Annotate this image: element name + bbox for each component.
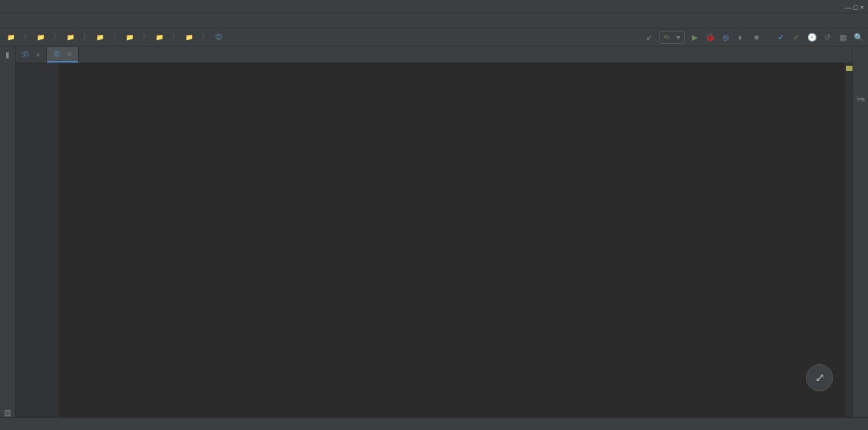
folder-icon: 📁 [66,33,75,42]
folder-icon: 📁 [6,33,15,42]
class-icon: Ⓒ [214,33,223,42]
ide-settings-icon[interactable]: ▦ [837,32,849,43]
git-history-icon[interactable]: 🕘 [806,32,818,43]
test-icon: ⟲ [663,34,669,41]
profile-icon[interactable]: ⏵ [735,32,747,43]
line-numbers [15,63,44,417]
crumb-community[interactable]: 📁 [4,32,21,43]
crumb-java[interactable]: 📁 [93,32,110,43]
folder-icon: 📁 [96,33,105,42]
close-icon[interactable]: × [68,51,72,58]
stop-icon[interactable]: ■ [751,32,762,43]
run-config-selector[interactable]: ⟲ ▾ [659,31,685,44]
main-area: ▮ ▥ Ⓒ × Ⓒ × ⤢ [0,46,868,417]
editor-area: Ⓒ × Ⓒ × ⤢ [15,46,853,417]
scrollbar-marks[interactable] [845,63,853,417]
code-editor[interactable]: ⤢ [15,63,853,417]
chevron-right-icon: 〉 [112,32,120,43]
statusbar [0,417,868,430]
tool-structure[interactable] [6,395,9,400]
chevron-right-icon: 〉 [23,32,31,43]
class-icon: Ⓒ [54,50,60,59]
git-update-icon[interactable]: ✓ [775,32,787,43]
git-revert-icon[interactable]: ↺ [822,32,833,43]
tool-maven[interactable] [860,63,862,68]
navbar: 📁〉 📁〉 📁〉 📁〉 📁〉 📁〉 📁〉 Ⓒ ↙ ⟲ ▾ ▶ 🐞 ◎ ⏵ ■ ✓… [0,28,868,46]
code-content[interactable] [59,63,853,417]
project-tool-icon[interactable]: ▮ [5,50,10,59]
tool-maven-m[interactable] [860,50,862,55]
run-icon[interactable]: ▶ [689,32,700,43]
chevron-right-icon: 〉 [53,32,61,43]
window-controls[interactable]: — □ × [845,3,864,11]
folder-icon: 📁 [125,33,134,42]
tool-project[interactable] [6,67,9,72]
close-icon[interactable]: × [36,52,40,59]
folder-icon: 📁 [185,33,194,42]
tool-ant[interactable] [860,111,862,116]
folder-icon: 📁 [155,33,164,42]
left-tool-stripe: ▮ ▥ [0,46,15,417]
chevron-right-icon: 〉 [142,32,150,43]
chevron-down-icon: ▾ [676,33,680,42]
titlebar: — □ × [0,0,868,14]
reader-mode-button[interactable]: ⤢ [806,364,833,391]
ant-icon[interactable]: 🐜 [856,94,865,103]
chevron-right-icon: 〉 [172,32,179,43]
chevron-right-icon: 〉 [83,32,90,43]
build-icon[interactable]: ↙ [643,32,655,43]
folder-icon: 📁 [36,33,45,42]
chevron-right-icon: 〉 [201,32,209,43]
search-everywhere-icon[interactable]: 🔍 [853,32,864,43]
tab-alphaservice[interactable]: Ⓒ × [15,47,47,63]
warning-mark[interactable] [846,66,853,71]
editor-tabbar: Ⓒ × Ⓒ × [15,46,853,63]
crumb-test[interactable]: 📁 [63,32,80,43]
crumb-src[interactable]: 📁 [34,32,50,43]
class-icon: Ⓒ [22,50,28,59]
tool-favorites[interactable] [6,382,9,387]
breadcrumbs: 📁〉 📁〉 📁〉 📁〉 📁〉 📁〉 📁〉 Ⓒ [4,32,228,43]
gutter-icons [44,63,59,417]
git-commit-icon[interactable]: ✓ [791,32,802,43]
crumb-class[interactable]: Ⓒ [212,32,228,43]
tab-transactiontests[interactable]: Ⓒ × [47,47,79,63]
crumb-community-pkg[interactable]: 📁 [182,32,199,43]
right-tool-stripe: 🐜 [853,46,868,417]
expand-tool-icon[interactable]: ▥ [4,408,11,417]
debug-icon[interactable]: 🐞 [704,32,716,43]
toolbar-right: ↙ ⟲ ▾ ▶ 🐞 ◎ ⏵ ■ ✓ ✓ 🕘 ↺ ▦ 🔍 [643,31,864,44]
menubar [0,14,868,28]
crumb-com[interactable]: 📁 [123,32,139,43]
coverage-icon[interactable]: ◎ [720,32,731,43]
crumb-nowcoder[interactable]: 📁 [152,32,169,43]
